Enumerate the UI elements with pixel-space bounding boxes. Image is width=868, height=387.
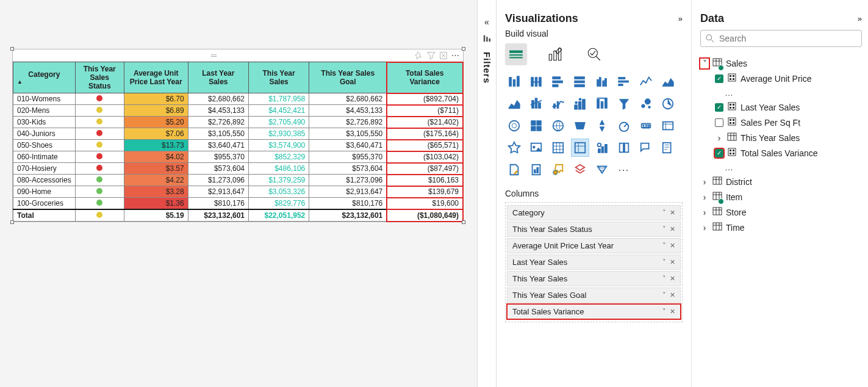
column-header[interactable]: This Year Sales Goal <box>309 62 387 93</box>
viz-type-icon[interactable] <box>659 139 677 157</box>
viz-type-icon[interactable] <box>593 161 611 179</box>
viz-type-icon[interactable] <box>615 139 633 157</box>
field-well-item[interactable]: Total Sales Variance ˅ ✕ <box>507 304 681 319</box>
viz-type-icon[interactable] <box>549 139 567 157</box>
expand-icon[interactable]: › <box>700 192 709 202</box>
field-node[interactable]: › This Year Sales <box>700 130 862 145</box>
table-row[interactable]: 080-Accessories$4.22$1,273,096$1,379,259… <box>13 175 463 186</box>
remove-field-icon[interactable]: ✕ <box>670 242 675 250</box>
field-dropdown-icon[interactable]: ˅ <box>662 275 666 283</box>
table-row[interactable]: 040-Juniors$7.06$3,105,550$2,930,385$3,1… <box>13 128 463 140</box>
column-header[interactable]: Total Sales Variance <box>387 62 463 93</box>
viz-type-icon[interactable] <box>527 73 545 91</box>
search-input[interactable] <box>718 33 856 44</box>
table-row[interactable]: 060-Intimate$4.02$955,370$852,329$955,37… <box>13 151 463 163</box>
more-fields[interactable]: … <box>700 86 862 99</box>
pin-icon[interactable] <box>415 51 423 60</box>
remove-field-icon[interactable]: ✕ <box>670 275 675 283</box>
field-well-item[interactable]: Last Year Sales ˅ ✕ <box>507 255 681 270</box>
viz-type-icon[interactable] <box>615 117 633 135</box>
viz-type-icon[interactable] <box>571 161 589 179</box>
remove-field-icon[interactable]: ✕ <box>670 209 675 217</box>
field-checkbox[interactable]: ✓ <box>715 103 723 112</box>
remove-field-icon[interactable]: ✕ <box>670 258 675 266</box>
viz-type-icon[interactable] <box>527 117 545 135</box>
field-checkbox[interactable]: ✓ <box>715 149 723 157</box>
table-visual[interactable]: ═ ⋯ Category▲This Year Sales StatusAvera… <box>12 49 464 222</box>
viz-type-icon[interactable] <box>527 139 545 157</box>
table-node[interactable]: › District <box>700 174 862 189</box>
field-well-item[interactable]: Average Unit Price Last Year ˅ ✕ <box>507 238 681 253</box>
viz-type-icon[interactable] <box>593 73 611 91</box>
column-header[interactable]: Average Unit Price Last Year <box>124 62 188 93</box>
remove-field-icon[interactable]: ✕ <box>670 308 675 316</box>
table-row[interactable]: 030-Kids$5.20$2,726,892$2,705,490$2,726,… <box>13 117 463 128</box>
viz-type-icon[interactable] <box>593 117 611 135</box>
filter-icon[interactable] <box>427 51 436 60</box>
viz-type-icon[interactable] <box>505 73 523 91</box>
viz-type-icon[interactable] <box>505 117 523 135</box>
build-visual-tab[interactable] <box>505 43 527 65</box>
table-node[interactable]: › Store <box>700 204 862 220</box>
expand-icon[interactable]: › <box>700 223 709 233</box>
more-icon[interactable]: ⋯ <box>451 51 459 60</box>
table-row[interactable]: 050-Shoes$13.73$3,640,471$3,574,900$3,64… <box>13 140 463 151</box>
report-canvas[interactable]: ═ ⋯ Category▲This Year Sales StatusAvera… <box>0 0 477 387</box>
filters-collapsed-panel[interactable]: « Filters <box>477 0 497 387</box>
viz-type-icon[interactable] <box>571 117 589 135</box>
format-visual-tab[interactable] <box>544 43 566 65</box>
viz-type-icon[interactable] <box>571 73 589 91</box>
drag-handle-icon[interactable]: ═ <box>16 51 411 60</box>
viz-type-icon[interactable] <box>637 73 655 91</box>
table-node[interactable]: › Time <box>700 220 862 235</box>
viz-type-icon[interactable] <box>659 117 677 135</box>
viz-type-icon[interactable] <box>637 95 655 113</box>
field-node[interactable]: ✓ Last Year Sales <box>700 99 862 115</box>
field-dropdown-icon[interactable]: ˅ <box>662 258 666 266</box>
viz-type-icon[interactable] <box>505 161 523 179</box>
collapse-viz-icon[interactable]: » <box>678 14 683 23</box>
more-visuals-icon[interactable]: ⋯ <box>615 161 633 179</box>
table-row[interactable]: 020-Mens$6.89$4,453,133$4,452,421$4,453,… <box>13 105 463 117</box>
search-fields[interactable] <box>700 30 862 47</box>
column-header[interactable]: This Year Sales Status <box>75 62 124 93</box>
table-node[interactable]: ˅ Sales <box>700 56 862 71</box>
expand-icon[interactable]: ˅ <box>700 59 709 68</box>
more-fields[interactable]: … <box>700 161 862 174</box>
column-header[interactable]: Category▲ <box>13 62 76 93</box>
expand-icon[interactable]: › <box>715 133 723 143</box>
field-dropdown-icon[interactable]: ˅ <box>662 209 666 217</box>
field-well-item[interactable]: This Year Sales Goal ˅ ✕ <box>507 288 681 303</box>
field-dropdown-icon[interactable]: ˅ <box>662 225 666 233</box>
viz-type-icon[interactable] <box>549 73 567 91</box>
analytics-tab[interactable] <box>583 43 605 65</box>
field-dropdown-icon[interactable]: ˅ <box>662 308 666 316</box>
viz-type-icon[interactable]: 123 <box>637 117 655 135</box>
field-dropdown-icon[interactable]: ˅ <box>662 242 666 250</box>
field-checkbox[interactable]: ✓ <box>715 74 723 83</box>
viz-type-icon[interactable] <box>615 95 633 113</box>
field-well-item[interactable]: This Year Sales Status ˅ ✕ <box>507 222 681 237</box>
field-node[interactable]: Sales Per Sq Ft <box>700 115 862 130</box>
viz-type-icon[interactable] <box>527 95 545 113</box>
field-well-item[interactable]: Category ˅ ✕ <box>507 205 681 220</box>
table-row[interactable]: 010-Womens$6.70$2,680,662$1,787,958$2,68… <box>13 93 463 105</box>
viz-type-icon[interactable] <box>659 95 677 113</box>
remove-field-icon[interactable]: ✕ <box>670 225 675 233</box>
viz-type-icon[interactable] <box>549 161 567 179</box>
field-node[interactable]: ✓ Average Unit Price <box>700 71 862 86</box>
expand-icon[interactable]: › <box>700 177 709 187</box>
viz-type-icon[interactable] <box>505 139 523 157</box>
table-row[interactable]: 090-Home$3.28$2,913,647$3,053,326$2,913,… <box>13 186 463 198</box>
expand-icon[interactable]: › <box>700 208 709 217</box>
viz-type-icon[interactable] <box>637 139 655 157</box>
field-checkbox[interactable] <box>715 118 723 127</box>
table-row[interactable]: 100-Groceries$1.36$810,176$829,776$810,1… <box>13 198 463 210</box>
field-well-item[interactable]: This Year Sales ˅ ✕ <box>507 271 681 286</box>
field-node[interactable]: ✓ Total Sales Variance <box>700 145 862 161</box>
expand-filters-icon[interactable]: « <box>484 17 489 27</box>
viz-type-icon[interactable] <box>615 73 633 91</box>
collapse-data-icon[interactable]: » <box>858 14 862 23</box>
columns-field-well[interactable]: Category ˅ ✕ This Year Sales Status ˅ ✕ … <box>505 202 683 322</box>
viz-type-icon[interactable] <box>549 95 567 113</box>
